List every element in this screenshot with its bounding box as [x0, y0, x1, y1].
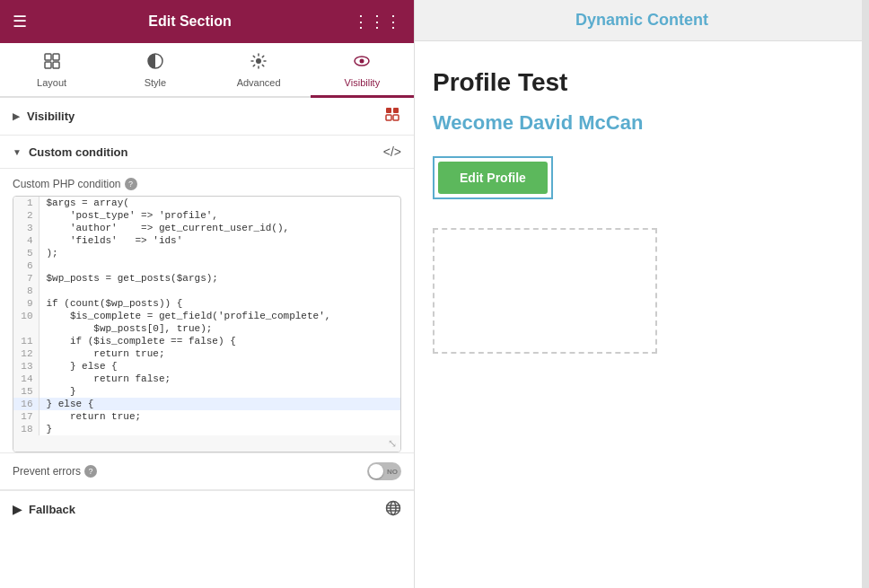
style-icon	[146, 52, 164, 75]
svg-rect-0	[45, 54, 51, 60]
prevent-errors-help-icon[interactable]: ?	[84, 465, 97, 478]
table-row: $wp_posts[0], true);	[13, 322, 400, 335]
scrollbar[interactable]	[862, 0, 869, 588]
condition-chevron: ▼	[13, 147, 22, 157]
layout-icon	[43, 52, 61, 75]
table-row: 10 $is_complete = get_field('profile_com…	[13, 310, 400, 322]
visibility-chevron: ▶	[13, 111, 20, 121]
dynamic-content-label: Dynamic Content	[575, 11, 708, 30]
tab-layout-label: Layout	[37, 77, 66, 88]
code-icon[interactable]: </>	[383, 145, 401, 159]
table-row: 17 return true;	[13, 410, 400, 423]
visibility-label: Visibility	[27, 110, 75, 123]
tab-layout[interactable]: Layout	[0, 43, 103, 98]
table-row: 11 if ($is_complete == false) {	[13, 335, 400, 347]
table-row: 8	[13, 285, 400, 297]
svg-rect-2	[45, 62, 51, 68]
grid-icon[interactable]: ⋮⋮⋮	[353, 12, 401, 31]
help-icon[interactable]: ?	[125, 178, 137, 190]
welcome-text: Wecome David McCan	[433, 111, 851, 135]
right-panel: Dynamic Content Profile Test Wecome Davi…	[415, 0, 869, 588]
fallback-label: Fallback	[29, 503, 75, 516]
table-row: 9 if (count($wp_posts)) {	[13, 297, 400, 310]
hamburger-icon[interactable]: ☰	[13, 12, 27, 31]
table-row: 12 return true;	[13, 347, 400, 360]
tab-visibility-label: Visibility	[345, 77, 381, 88]
table-row: 6	[13, 259, 400, 272]
panel-header: ☰ Edit Section ⋮⋮⋮	[0, 0, 414, 43]
profile-title: Profile Test	[433, 68, 851, 97]
dashed-placeholder-box	[433, 228, 657, 354]
table-row: 7 $wp_posts = get_posts($args);	[13, 272, 400, 285]
toggle-knob	[369, 464, 383, 478]
svg-rect-3	[53, 62, 59, 68]
prevent-errors-label: Prevent errors	[13, 465, 81, 478]
code-table: 1 $args = array( 2 'post_type' => 'profi…	[13, 197, 400, 435]
resize-handle-icon[interactable]: ⤡	[388, 437, 397, 450]
svg-rect-10	[393, 108, 399, 113]
tab-advanced-label: Advanced	[237, 77, 281, 88]
svg-point-6	[256, 58, 261, 64]
right-header: Dynamic Content	[415, 0, 869, 41]
table-row: 5 );	[13, 247, 400, 259]
svg-rect-12	[393, 115, 399, 120]
table-row: 13 } else {	[13, 360, 400, 373]
code-editor[interactable]: 1 $args = array( 2 'post_type' => 'profi…	[13, 196, 401, 452]
prevent-errors-toggle[interactable]: NO	[367, 462, 401, 480]
table-row: 4 'fields' => 'ids'	[13, 234, 400, 247]
svg-point-8	[360, 59, 364, 64]
panel-title: Edit Section	[148, 13, 231, 30]
advanced-icon	[250, 52, 268, 75]
svg-rect-9	[386, 108, 391, 113]
table-row: 1 $args = array(	[13, 197, 400, 209]
fallback-row[interactable]: ▶ Fallback	[0, 490, 414, 528]
svg-rect-1	[53, 54, 59, 60]
globe-icon	[385, 500, 401, 519]
visibility-right-icon	[385, 107, 401, 126]
prevent-errors-row: Prevent errors ? NO	[0, 452, 414, 490]
tab-advanced[interactable]: Advanced	[207, 43, 311, 98]
tab-visibility[interactable]: Visibility	[311, 43, 414, 98]
edit-profile-button[interactable]: Edit Profile	[438, 162, 548, 194]
toggle-label: NO	[387, 468, 398, 476]
custom-condition-label: Custom condition	[29, 145, 128, 159]
php-label-text: Custom PHP condition	[13, 178, 121, 190]
edit-profile-wrapper: Edit Profile	[433, 156, 553, 199]
table-row: 18 }	[13, 423, 400, 435]
visibility-section-row[interactable]: ▶ Visibility	[0, 98, 414, 136]
tab-style-label: Style	[145, 77, 166, 88]
fallback-chevron: ▶	[13, 503, 22, 516]
php-condition-label-row: Custom PHP condition ?	[0, 169, 414, 196]
table-row: 16 } else {	[13, 398, 400, 410]
tabs-bar: Layout Style Advanced Visibility	[0, 43, 414, 98]
left-panel: ☰ Edit Section ⋮⋮⋮ Layout Style Advanced	[0, 0, 415, 588]
table-row: 2 'post_type' => 'profile',	[13, 209, 400, 222]
table-row: 3 'author' => get_current_user_id(),	[13, 222, 400, 234]
custom-condition-header: ▼ Custom condition </>	[0, 136, 414, 169]
table-row: 14 return false;	[13, 373, 400, 385]
tab-style[interactable]: Style	[103, 43, 206, 98]
right-content: Profile Test Wecome David McCan Edit Pro…	[415, 41, 869, 588]
svg-rect-11	[386, 115, 391, 120]
visibility-icon	[353, 52, 371, 75]
table-row: 15 }	[13, 385, 400, 398]
